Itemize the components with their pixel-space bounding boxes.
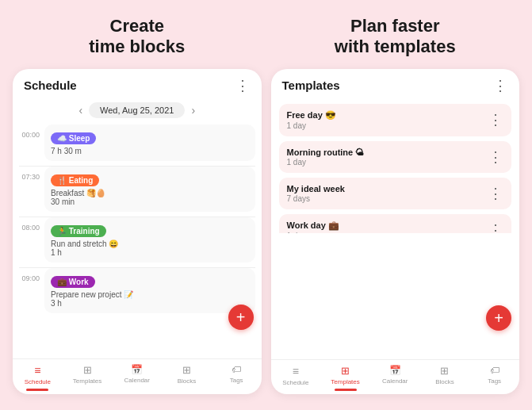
free-day-menu-icon[interactable]: ⋮ xyxy=(488,111,503,128)
templates-spacer: + xyxy=(271,233,520,359)
ideal-week-menu-icon[interactable]: ⋮ xyxy=(488,185,503,202)
template-info-morning: Morning routine 🌤 1 day xyxy=(287,148,365,167)
work-block[interactable]: 💼 Work Prepare new project 📝3 h xyxy=(44,268,255,313)
blocks-nav-icon-left: ⊞ xyxy=(182,364,191,376)
time-label-0800: 08:00 xyxy=(19,217,40,232)
nav-calendar-right[interactable]: 📅 Calendar xyxy=(370,365,420,391)
morning-menu-icon[interactable]: ⋮ xyxy=(488,148,503,166)
left-heading: Createtime blocks xyxy=(89,16,185,58)
training-desc: Run and stretch 😄1 h xyxy=(51,239,249,257)
schedule-nav-icon-right: ≡ xyxy=(293,365,299,377)
templates-phone: Templates ⋮ Free day 😎 1 day ⋮ Morning r… xyxy=(271,69,520,394)
nav-schedule-right[interactable]: ≡ Schedule xyxy=(271,365,321,391)
sleep-tag: ☁️ Sleep xyxy=(51,132,96,144)
calendar-nav-label-left: Calendar xyxy=(124,377,150,384)
nav-blocks-left[interactable]: ⊞ Blocks xyxy=(162,364,212,391)
schedule-bottom-nav: ≡ Schedule ⊞ Templates 📅 Calendar ⊞ Bloc… xyxy=(13,358,262,394)
time-label-0900: 09:00 xyxy=(19,268,40,282)
template-info-free-day: Free day 😎 1 day xyxy=(287,110,336,130)
calendar-nav-icon-right: 📅 xyxy=(389,365,401,376)
template-duration-ideal-week: 7 days xyxy=(287,194,345,203)
nav-tags-right[interactable]: 🏷 Tags xyxy=(469,365,519,391)
template-name-morning: Morning routine 🌤 xyxy=(287,148,365,157)
right-heading: Plan fasterwith templates xyxy=(335,16,456,58)
left-panel: Createtime blocks Schedule ⋮ ‹ Wed, Aug … xyxy=(13,16,262,394)
template-name-work-day: Work day 💼 xyxy=(287,220,339,231)
time-block-row-training: 08:00 🏃 Training Run and stretch 😄1 h xyxy=(13,217,262,267)
schedule-menu-icon[interactable]: ⋮ xyxy=(235,77,251,94)
templates-fab[interactable]: + xyxy=(486,305,511,331)
tags-nav-label-left: Tags xyxy=(230,377,243,384)
calendar-nav-icon-left: 📅 xyxy=(131,364,143,375)
nav-templates-left[interactable]: ⊞ Templates xyxy=(63,364,113,391)
templates-nav-label-right: Templates xyxy=(331,378,359,385)
tags-nav-icon-left: 🏷 xyxy=(232,364,241,375)
date-display[interactable]: Wed, Aug 25, 2021 xyxy=(89,102,185,118)
template-info-ideal-week: My ideal week 7 days xyxy=(287,184,345,203)
template-duration-free-day: 1 day xyxy=(287,121,336,130)
schedule-nav-label: Schedule xyxy=(25,378,51,385)
nav-tags-left[interactable]: 🏷 Tags xyxy=(212,364,262,391)
eating-tag: 🍴 Eating xyxy=(51,174,99,186)
work-tag: 💼 Work xyxy=(51,276,95,288)
schedule-phone: Schedule ⋮ ‹ Wed, Aug 25, 2021 › 00:00 ☁… xyxy=(13,69,262,394)
schedule-nav-icon: ≡ xyxy=(34,364,40,377)
next-date-arrow[interactable]: › xyxy=(191,104,195,117)
tags-nav-label-right: Tags xyxy=(488,377,501,385)
eating-block[interactable]: 🍴 Eating Breakfast 🥞🥚30 min xyxy=(44,167,255,212)
calendar-nav-label-right: Calendar xyxy=(382,377,408,385)
time-label-0000: 00:00 xyxy=(19,125,40,139)
template-info-work-day: Work day 💼 1 day xyxy=(287,220,339,233)
date-navigation: ‹ Wed, Aug 25, 2021 › xyxy=(13,99,262,125)
schedule-body: 00:00 ☁️ Sleep 7 h 30 m 07:30 🍴 Eating B… xyxy=(13,125,262,318)
work-day-menu-icon[interactable]: ⋮ xyxy=(488,221,503,233)
templates-active-bar xyxy=(335,389,357,391)
templates-nav-label-left: Templates xyxy=(73,377,101,385)
schedule-active-bar xyxy=(26,389,48,391)
time-label-0730: 07:30 xyxy=(19,167,40,181)
templates-menu-icon[interactable]: ⋮ xyxy=(493,77,508,94)
sleep-desc: 7 h 30 m xyxy=(51,147,249,155)
eating-desc: Breakfast 🥞🥚30 min xyxy=(51,189,249,206)
training-block[interactable]: 🏃 Training Run and stretch 😄1 h xyxy=(44,217,255,262)
template-item-morning[interactable]: Morning routine 🌤 1 day ⋮ xyxy=(279,141,512,173)
template-list: Free day 😎 1 day ⋮ Morning routine 🌤 1 d… xyxy=(271,101,520,233)
blocks-nav-label-right: Blocks xyxy=(435,378,454,385)
template-name-free-day: Free day 😎 xyxy=(287,110,336,121)
schedule-title: Schedule xyxy=(24,79,77,92)
template-item-work-day[interactable]: Work day 💼 1 day ⋮ xyxy=(279,214,512,233)
schedule-header: Schedule ⋮ xyxy=(13,69,262,99)
training-tag: 🏃 Training xyxy=(51,225,106,237)
templates-title: Templates xyxy=(282,79,340,92)
work-desc: Prepare new project 📝3 h xyxy=(51,290,249,308)
right-panel: Plan fasterwith templates Templates ⋮ Fr… xyxy=(271,16,520,394)
schedule-fab[interactable]: + xyxy=(228,305,254,330)
main-container: Createtime blocks Schedule ⋮ ‹ Wed, Aug … xyxy=(0,0,532,410)
prev-date-arrow[interactable]: ‹ xyxy=(78,104,82,117)
templates-nav-icon-left: ⊞ xyxy=(83,364,92,376)
tags-nav-icon-right: 🏷 xyxy=(490,365,499,376)
template-item-free-day[interactable]: Free day 😎 1 day ⋮ xyxy=(279,104,512,136)
schedule-body-wrapper: 00:00 ☁️ Sleep 7 h 30 m 07:30 🍴 Eating B… xyxy=(13,125,262,358)
time-block-row-eating: 07:30 🍴 Eating Breakfast 🥞🥚30 min xyxy=(13,167,262,216)
sleep-block[interactable]: ☁️ Sleep 7 h 30 m xyxy=(44,125,255,161)
templates-nav-icon-right: ⊞ xyxy=(341,365,350,377)
nav-templates-right[interactable]: ⊞ Templates xyxy=(320,365,370,391)
templates-header: Templates ⋮ xyxy=(271,69,520,101)
nav-calendar-left[interactable]: 📅 Calendar xyxy=(112,364,162,391)
time-block-row: 00:00 ☁️ Sleep 7 h 30 m xyxy=(13,125,262,166)
template-item-ideal-week[interactable]: My ideal week 7 days ⋮ xyxy=(279,178,512,209)
blocks-nav-icon-right: ⊞ xyxy=(440,365,449,377)
nav-schedule[interactable]: ≡ Schedule xyxy=(13,364,63,391)
schedule-nav-label-right: Schedule xyxy=(282,379,308,386)
template-name-ideal-week: My ideal week xyxy=(287,184,345,194)
templates-bottom-nav: ≡ Schedule ⊞ Templates 📅 Calendar ⊞ Bloc… xyxy=(271,359,520,394)
time-block-row-work: 09:00 💼 Work Prepare new project 📝3 h xyxy=(13,268,262,318)
nav-blocks-right[interactable]: ⊞ Blocks xyxy=(420,365,470,391)
template-duration-morning: 1 day xyxy=(287,158,365,167)
blocks-nav-label-left: Blocks xyxy=(178,377,197,385)
